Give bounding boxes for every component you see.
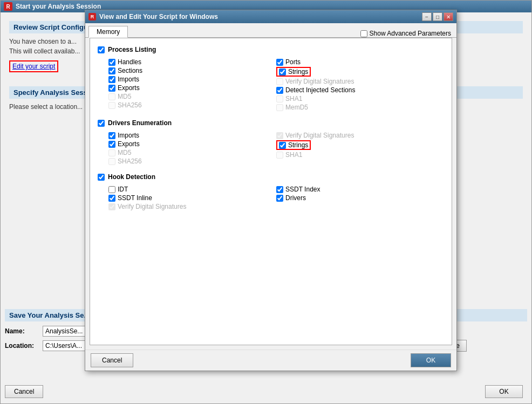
sections-label: Sections xyxy=(118,67,142,74)
ssdt-inline-checkbox[interactable] xyxy=(108,195,115,202)
drivers-col1: Imports Exports MD5 SHA256 xyxy=(108,131,276,166)
md5-de-label: MD5 xyxy=(118,149,131,156)
modal-titlebar: R View and Edit Your Script for Windows … xyxy=(85,10,456,23)
tab-area: Memory Show Advanced Parameters xyxy=(85,23,456,38)
tab-memory[interactable]: Memory xyxy=(88,26,128,38)
option-sha256-de: SHA256 xyxy=(108,157,276,166)
modal-title-left: R View and Edit Your Script for Windows xyxy=(88,13,218,20)
option-strings-de: Strings xyxy=(276,140,444,150)
option-ssdt-inline: SSDT Inline xyxy=(108,194,276,202)
memd5-checkbox xyxy=(276,104,283,111)
option-md5: MD5 xyxy=(108,92,276,101)
option-sha256: SHA256 xyxy=(108,101,276,109)
drivers-col2: Verify Digital Signatures Strings SHA1 xyxy=(276,131,444,166)
modal-icon: R xyxy=(88,13,96,20)
verify-sig-hd-checkbox xyxy=(108,203,115,210)
option-sections: Sections xyxy=(108,66,276,75)
ports-label: Ports xyxy=(285,58,301,66)
strings-de-highlight: Strings xyxy=(276,140,311,150)
modal-overlay: R View and Edit Your Script for Windows … xyxy=(0,0,532,404)
option-sha1-de: SHA1 xyxy=(276,150,444,159)
sha1-pl-label: SHA1 xyxy=(285,95,302,102)
option-ports: Ports xyxy=(276,58,444,66)
handles-checkbox[interactable] xyxy=(108,59,115,66)
sha256-de-label: SHA256 xyxy=(118,158,142,165)
strings-de-checkbox[interactable] xyxy=(279,142,286,149)
imports-label: Imports xyxy=(118,76,139,83)
modal-footer: Cancel OK xyxy=(85,350,456,371)
option-sha1-pl: SHA1 xyxy=(276,94,444,103)
md5-checkbox xyxy=(108,93,115,100)
show-advanced: Show Advanced Parameters xyxy=(360,30,451,37)
hook-detection-options: IDT SSDT Inline Verify Digital Signature… xyxy=(108,185,444,211)
hook-detection-header: Hook Detection xyxy=(98,173,444,181)
detect-injected-label: Detect Injected Sections xyxy=(285,86,355,94)
hook-col2: SSDT Index Drivers xyxy=(276,185,444,211)
memd5-label: MemD5 xyxy=(285,104,308,111)
minimize-button[interactable]: − xyxy=(422,12,432,21)
strings-pl-label: Strings xyxy=(288,68,308,76)
show-advanced-checkbox[interactable] xyxy=(360,30,367,37)
option-exports-de: Exports xyxy=(108,140,276,148)
sections-checkbox[interactable] xyxy=(108,67,115,74)
verify-sig-de-checkbox xyxy=(276,132,283,139)
restore-button[interactable]: □ xyxy=(433,12,442,21)
verify-sig-hd-label: Verify Digital Signatures xyxy=(118,203,186,210)
drivers-hd-label: Drivers xyxy=(285,194,306,202)
process-listing-header: Process Listing xyxy=(98,46,444,53)
imports-checkbox[interactable] xyxy=(108,76,115,83)
verify-sig-pl-checkbox xyxy=(276,78,283,85)
option-detect-injected: Detect Injected Sections xyxy=(276,86,444,94)
modal-title-buttons: − □ ✕ xyxy=(422,12,453,21)
drivers-enum-title: Drivers Enumeration xyxy=(108,119,172,127)
ok-button[interactable]: OK xyxy=(411,353,451,367)
sha256-de-checkbox xyxy=(108,158,115,165)
cancel-button[interactable]: Cancel xyxy=(91,353,133,367)
imports-de-checkbox[interactable] xyxy=(108,132,115,139)
sha256-label: SHA256 xyxy=(118,101,142,109)
modal-dialog: R View and Edit Your Script for Windows … xyxy=(85,10,457,371)
drivers-hd-checkbox[interactable] xyxy=(276,195,283,202)
dialog-content: Process Listing Handles Sections Impo xyxy=(90,38,452,345)
exports-checkbox[interactable] xyxy=(108,85,115,92)
option-verify-sig-hd: Verify Digital Signatures xyxy=(108,202,276,211)
option-imports: Imports xyxy=(108,75,276,84)
ports-checkbox[interactable] xyxy=(276,59,283,66)
exports-de-checkbox[interactable] xyxy=(108,141,115,148)
verify-sig-de-label: Verify Digital Signatures xyxy=(285,132,354,139)
ssdt-inline-label: SSDT Inline xyxy=(118,194,152,202)
exports-de-label: Exports xyxy=(118,140,140,148)
option-imports-de: Imports xyxy=(108,131,276,140)
strings-pl-highlight: Strings xyxy=(276,67,311,77)
option-ssdt-index: SSDT Index xyxy=(276,185,444,194)
process-listing-col1: Handles Sections Imports Exports xyxy=(108,58,276,112)
strings-pl-checkbox[interactable] xyxy=(279,69,286,76)
drivers-enum-options: Imports Exports MD5 SHA256 xyxy=(108,131,444,166)
option-verify-sig-de: Verify Digital Signatures xyxy=(276,131,444,140)
hook-detection-checkbox[interactable] xyxy=(98,174,105,181)
ssdt-index-label: SSDT Index xyxy=(285,186,320,193)
show-advanced-label: Show Advanced Parameters xyxy=(370,30,451,37)
process-listing-checkbox[interactable] xyxy=(98,46,105,53)
process-listing-options: Handles Sections Imports Exports xyxy=(108,58,444,112)
strings-de-label: Strings xyxy=(288,141,308,149)
ssdt-index-checkbox[interactable] xyxy=(276,186,283,193)
option-strings-pl: Strings xyxy=(276,66,444,77)
verify-sig-pl-label: Verify Digital Signatures xyxy=(285,78,354,85)
idt-label: IDT xyxy=(118,186,128,193)
md5-label: MD5 xyxy=(118,93,131,100)
close-button[interactable]: ✕ xyxy=(444,12,453,21)
option-md5-de: MD5 xyxy=(108,148,276,157)
option-memd5: MemD5 xyxy=(276,103,444,112)
process-listing-title: Process Listing xyxy=(108,46,156,53)
md5-de-checkbox xyxy=(108,149,115,156)
drivers-enum-header: Drivers Enumeration xyxy=(98,119,444,127)
process-listing-col2: Ports Strings Verify Digital Signatures xyxy=(276,58,444,112)
drivers-enum-checkbox[interactable] xyxy=(98,120,105,127)
option-exports: Exports xyxy=(108,84,276,92)
idt-checkbox[interactable] xyxy=(108,186,115,193)
hook-col1: IDT SSDT Inline Verify Digital Signature… xyxy=(108,185,276,211)
sha256-checkbox xyxy=(108,102,115,109)
detect-injected-checkbox[interactable] xyxy=(276,87,283,94)
exports-label: Exports xyxy=(118,84,140,92)
